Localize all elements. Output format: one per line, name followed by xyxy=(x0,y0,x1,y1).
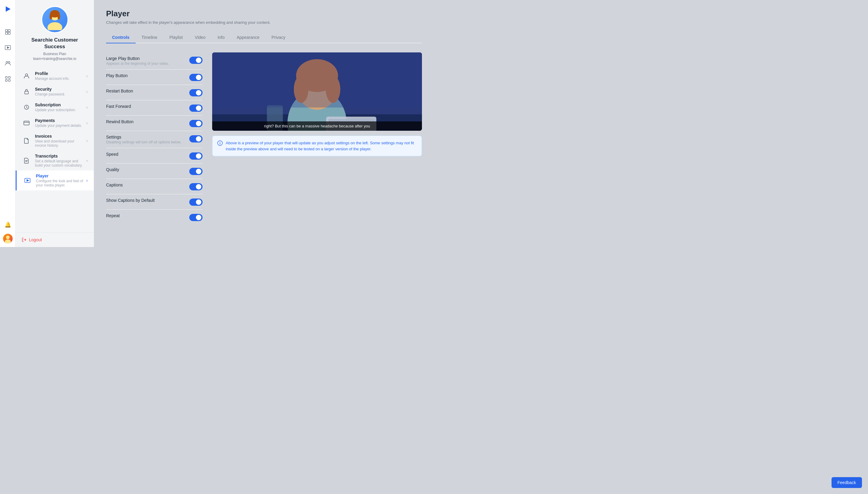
svg-point-16 xyxy=(47,22,62,30)
transcripts-icon xyxy=(22,156,31,165)
sidebar-footer: Logout xyxy=(16,232,94,247)
subscription-menu-text: Subscription Update your subscription. xyxy=(35,102,86,112)
user-email: team+training@searchie.io xyxy=(33,57,76,61)
tab-privacy[interactable]: Privacy xyxy=(265,32,292,43)
logo-icon[interactable] xyxy=(2,4,13,15)
tab-info[interactable]: Info xyxy=(211,32,230,43)
controls-panel: Large Play Button Appears at the beginni… xyxy=(106,52,203,225)
speed-toggle[interactable] xyxy=(189,152,203,160)
player-menu-text: Player Configure the look and feel of yo… xyxy=(36,173,86,187)
settings-slider xyxy=(189,135,203,142)
sidebar-item-player[interactable]: Player Configure the look and feel of yo… xyxy=(16,170,94,190)
subscription-label: Subscription xyxy=(35,102,86,107)
svg-rect-41 xyxy=(212,52,422,108)
fast-forward-label: Fast Forward xyxy=(106,104,131,109)
tab-controls[interactable]: Controls xyxy=(106,32,136,43)
play-button-toggle[interactable] xyxy=(189,74,203,81)
security-menu-text: Security Change password. xyxy=(35,87,86,96)
repeat-label: Repeat xyxy=(106,213,119,218)
sidebar-menu: Profile Manage account info. › Security … xyxy=(16,66,94,232)
captions-slider xyxy=(189,183,203,190)
nav-icon-apps[interactable] xyxy=(2,74,13,84)
quality-slider xyxy=(189,168,203,175)
sidebar-item-invoices[interactable]: Invoices View and download your invoice … xyxy=(16,131,94,151)
large-play-button-sublabel: Appears at the beginning of your video. xyxy=(106,61,169,66)
user-plan: Business Plan xyxy=(43,52,66,56)
settings-toggle[interactable] xyxy=(189,135,203,142)
sidebar: Searchie Customer Success Business Plan … xyxy=(16,0,94,247)
rewind-button-slider xyxy=(189,120,203,127)
nav-icon-grid[interactable] xyxy=(2,26,13,37)
sidebar-item-security[interactable]: Security Change password. › xyxy=(16,84,94,99)
captions-toggle[interactable] xyxy=(189,183,203,190)
profile-menu-text: Profile Manage account info. xyxy=(35,71,86,81)
nav-icon-play[interactable] xyxy=(2,42,13,53)
user-avatar xyxy=(41,6,69,33)
speed-label: Speed xyxy=(106,152,118,157)
show-captions-default-slider xyxy=(189,198,203,206)
nav-icon-users[interactable] xyxy=(2,58,13,69)
preview-info-box: Above is a preview of your player that w… xyxy=(212,136,422,156)
player-label: Player xyxy=(36,173,86,178)
settings-info: Settings Disabling settings will turn of… xyxy=(106,135,181,144)
svg-marker-28 xyxy=(27,179,29,181)
svg-point-13 xyxy=(6,235,10,239)
tabs-bar: Controls Timeline Playlist Video Info Ap… xyxy=(106,32,422,43)
user-name: Searchie Customer Success xyxy=(22,37,88,50)
transcripts-label: Transcripts xyxy=(35,154,86,158)
user-avatar-small[interactable] xyxy=(3,234,13,243)
svg-point-18 xyxy=(50,13,52,20)
payments-arrow: › xyxy=(86,120,88,125)
large-play-button-toggle[interactable] xyxy=(189,57,203,64)
profile-icon xyxy=(22,71,31,81)
tab-timeline[interactable]: Timeline xyxy=(136,32,163,43)
settings-label: Settings xyxy=(106,135,181,139)
tab-playlist[interactable]: Playlist xyxy=(163,32,189,43)
payments-icon xyxy=(22,118,31,128)
rewind-button-toggle[interactable] xyxy=(189,120,203,127)
svg-rect-1 xyxy=(5,30,7,32)
svg-point-8 xyxy=(8,61,10,63)
svg-point-7 xyxy=(6,61,8,63)
repeat-toggle[interactable] xyxy=(189,214,203,221)
invoices-arrow: › xyxy=(86,138,88,143)
sidebar-item-payments[interactable]: Payments Update your payment details. › xyxy=(16,115,94,131)
sidebar-item-profile[interactable]: Profile Manage account info. › xyxy=(16,68,94,84)
profile-label: Profile xyxy=(35,71,86,76)
invoices-label: Invoices xyxy=(35,134,86,138)
logout-button[interactable]: Logout xyxy=(22,238,42,242)
payments-label: Payments xyxy=(35,118,86,123)
restart-button-toggle[interactable] xyxy=(189,89,203,96)
captions-label: Captions xyxy=(106,183,123,187)
info-text: Above is a preview of your player that w… xyxy=(226,140,417,152)
show-captions-default-toggle[interactable] xyxy=(189,198,203,206)
sidebar-item-transcripts[interactable]: Transcripts Set a default language and b… xyxy=(16,151,94,170)
fast-forward-toggle[interactable] xyxy=(189,104,203,112)
transcripts-menu-text: Transcripts Set a default language and b… xyxy=(35,154,86,168)
logout-label: Logout xyxy=(29,238,42,242)
tab-appearance[interactable]: Appearance xyxy=(230,32,265,43)
control-restart-button: Restart Button xyxy=(106,85,203,100)
player-sublabel: Configure the look and feel of your medi… xyxy=(36,179,86,187)
subscription-arrow: › xyxy=(86,105,88,110)
quality-label: Quality xyxy=(106,167,119,172)
tab-video[interactable]: Video xyxy=(189,32,211,43)
large-play-button-slider xyxy=(189,57,203,64)
notification-bell-icon[interactable]: 🔔 xyxy=(2,219,13,230)
rewind-button-label: Rewind Button xyxy=(106,119,133,124)
video-subtitle-bar: right? But this can be a massive headach… xyxy=(212,121,422,131)
video-background: right? But this can be a massive headach… xyxy=(212,52,422,131)
player-icon xyxy=(23,176,32,185)
sidebar-header: Searchie Customer Success Business Plan … xyxy=(16,0,94,66)
svg-rect-21 xyxy=(25,91,28,94)
quality-toggle[interactable] xyxy=(189,168,203,175)
sidebar-item-subscription[interactable]: Subscription Update your subscription. › xyxy=(16,99,94,115)
control-quality: Quality xyxy=(106,164,203,179)
control-captions: Captions xyxy=(106,179,203,194)
payments-menu-text: Payments Update your payment details. xyxy=(35,118,86,128)
control-large-play-button: Large Play Button Appears at the beginni… xyxy=(106,52,203,70)
repeat-slider xyxy=(189,214,203,221)
subscription-icon xyxy=(22,102,31,112)
preview-panel: right? But this can be a massive headach… xyxy=(212,52,422,225)
page-subtitle: Changes will take effect in the player's… xyxy=(106,20,422,25)
